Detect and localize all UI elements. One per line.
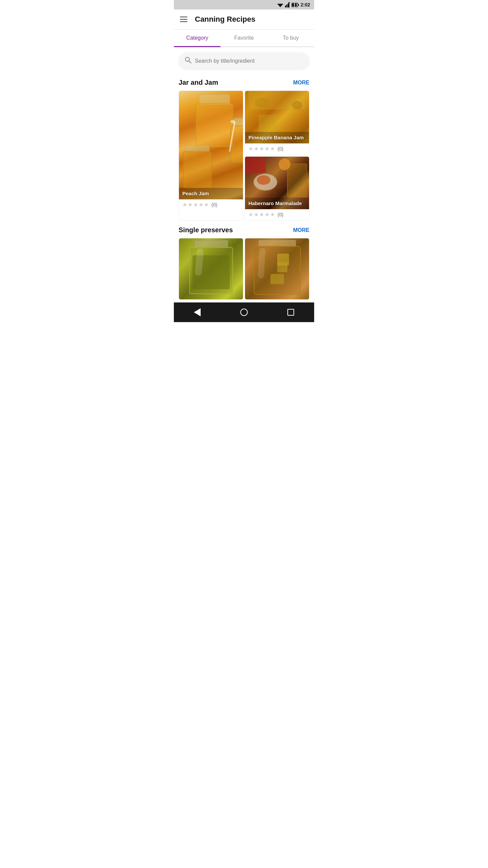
search-container [174,47,314,75]
status-time: 2:02 [301,2,310,7]
section-jar-and-jam: Jar and Jam MORE Peach Jam [174,75,314,221]
section-title-jar-jam: Jar and Jam [179,79,218,86]
menu-button[interactable] [180,17,187,22]
recipe-card-preserve-2[interactable] [245,238,309,300]
section-title-single-preserves: Single preserves [179,226,233,234]
habernaro-marmalade-footer: ★ ★ ★ ★ ★ (0) [245,209,309,220]
section-header-jar-jam: Jar and Jam MORE [179,79,309,86]
more-button-single-preserves[interactable]: MORE [293,227,309,233]
peach-jam-name: Peach Jam [182,191,209,196]
recents-square-icon [287,309,294,316]
peach-jam-stars: ★ ★ ★ ★ ★ [182,201,209,208]
tab-category[interactable]: Category [174,29,221,46]
pineapple-banana-jam-overlay: Pineapple Banana Jam [245,132,309,143]
svg-rect-2 [285,5,286,7]
search-box [179,53,309,69]
pineapple-banana-jam-stars: ★ ★ ★ ★ ★ [248,145,275,152]
peach-jam-count: (0) [211,202,217,208]
battery-icon [291,3,299,7]
svg-marker-1 [278,5,282,7]
status-bar: 2:02 [174,0,314,9]
recipe-card-habernaro-marmalade[interactable]: Habernaro Marmalade ★ ★ ★ ★ ★ (0) [245,156,309,221]
navigation-bar [174,302,314,322]
section-header-single-preserves: Single preserves MORE [179,226,309,234]
pineapple-banana-jam-footer: ★ ★ ★ ★ ★ (0) [245,143,309,155]
search-input[interactable] [195,58,303,64]
section-single-preserves: Single preserves MORE [174,222,314,300]
svg-point-12 [185,57,189,61]
peach-jam-overlay: Peach Jam [179,188,243,199]
tab-to-buy[interactable]: To buy [267,29,314,46]
recipe-card-preserve-1[interactable] [179,238,243,300]
svg-line-13 [189,61,191,63]
nav-home-button[interactable] [239,307,249,317]
wifi-icon [277,2,283,7]
habernaro-marmalade-count: (0) [278,212,283,217]
nav-recents-button[interactable] [286,307,296,317]
pineapple-banana-count: (0) [278,146,283,152]
home-circle-icon [240,309,248,316]
tab-bar: Category Favorite To buy [174,29,314,47]
recipe-card-peach-jam[interactable]: Peach Jam ★ ★ ★ ★ ★ (0) [179,91,243,221]
status-icons: 2:02 [277,2,310,7]
tab-favorite[interactable]: Favorite [221,29,267,46]
habernaro-marmalade-overlay: Habernaro Marmalade [245,198,309,209]
nav-back-button[interactable] [192,307,202,317]
svg-rect-4 [288,3,289,7]
pineapple-banana-jam-name: Pineapple Banana Jam [248,135,304,140]
signal-icon [285,2,290,7]
recipe-card-pineapple-banana-jam[interactable]: Pineapple Banana Jam ★ ★ ★ ★ ★ (0) [245,91,309,155]
habernaro-marmalade-name: Habernaro Marmalade [248,200,302,206]
page-title: Canning Recipes [195,15,255,24]
habernaro-marmalade-stars: ★ ★ ★ ★ ★ [248,211,275,218]
peach-jam-footer: ★ ★ ★ ★ ★ (0) [179,199,243,211]
back-arrow-icon [194,308,201,316]
svg-rect-8 [298,4,299,6]
search-icon [185,57,191,65]
app-header: Canning Recipes [174,9,314,29]
svg-rect-3 [286,4,287,7]
more-button-jar-jam[interactable]: MORE [293,80,309,86]
